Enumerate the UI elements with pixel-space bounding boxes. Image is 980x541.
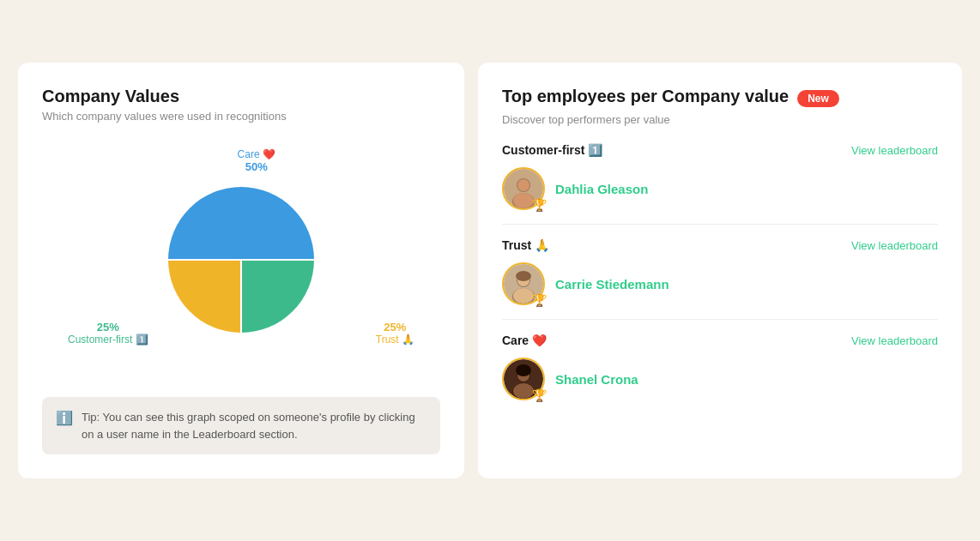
tip-text: Tip: You can see this graph scoped on so… — [82, 409, 426, 442]
trust-label-name: Trust 🙏 — [376, 334, 414, 346]
care-label-pct: 50% — [238, 160, 275, 173]
left-card-subtitle: Which company values were used in recogn… — [42, 110, 440, 123]
pie-chart-area: Care ❤️ 50% — [42, 140, 440, 380]
svg-point-10 — [516, 271, 531, 281]
trust-title: Trust 🙏 — [502, 238, 549, 252]
customer-label-name: Customer-first 1️⃣ — [68, 334, 148, 346]
care-header: Care ❤️ View leaderboard — [502, 334, 938, 347]
svg-point-15 — [513, 383, 534, 399]
customer-first-leaderboard-link[interactable]: View leaderboard — [851, 144, 938, 157]
dahlia-name: Dahlia Gleason — [555, 182, 648, 196]
pie-svg — [164, 183, 318, 337]
svg-point-3 — [517, 179, 529, 191]
shanel-name: Shanel Crona — [555, 372, 638, 387]
left-card-title: Company Values — [42, 87, 440, 106]
care-label: Care ❤️ 50% — [238, 148, 275, 173]
pie-chart — [164, 183, 318, 337]
care-section: Care ❤️ View leaderboard — [502, 334, 938, 414]
customer-first-title: Customer-first 1️⃣ — [502, 143, 602, 157]
right-card-header: Top employees per Company value New — [502, 87, 938, 110]
care-segment — [168, 187, 314, 260]
trust-header: Trust 🙏 View leaderboard — [502, 238, 938, 252]
info-icon: ℹ️ — [56, 410, 73, 426]
trust-leaderboard-link[interactable]: View leaderboard — [851, 239, 938, 252]
new-badge: New — [797, 90, 839, 107]
company-values-card: Company Values Which company values were… — [18, 63, 464, 478]
care-employee-row: 🏆 Shanel Crona — [502, 358, 938, 400]
svg-point-4 — [513, 193, 534, 208]
carrie-name: Carrie Stiedemann — [555, 277, 669, 292]
customer-first-segment — [241, 260, 314, 333]
carrie-avatar-wrap: 🏆 — [502, 262, 545, 305]
right-card-title: Top employees per Company value — [502, 87, 789, 106]
care-label-name: Care ❤️ — [238, 148, 275, 160]
top-employees-card: Top employees per Company value New Disc… — [478, 63, 962, 478]
tip-box: ℹ️ Tip: You can see this graph scoped on… — [42, 397, 440, 454]
customer-label: 25% Customer-first 1️⃣ — [68, 321, 148, 346]
dahlia-avatar-wrap: 🏆 — [502, 167, 545, 210]
right-card-subtitle: Discover top performers per value — [502, 113, 938, 126]
customer-label-pct: 25% — [68, 321, 148, 334]
trust-segment — [168, 260, 241, 333]
customer-first-header: Customer-first 1️⃣ View leaderboard — [502, 143, 938, 157]
trust-section: Trust 🙏 View leaderboard — [502, 238, 938, 320]
shanel-trophy-icon: 🏆 — [532, 388, 547, 402]
shanel-avatar-wrap: 🏆 — [502, 358, 545, 400]
svg-point-9 — [513, 288, 534, 304]
carrie-trophy-icon: 🏆 — [532, 293, 547, 307]
care-leaderboard-link[interactable]: View leaderboard — [851, 334, 938, 347]
dahlia-trophy-icon: 🏆 — [532, 198, 547, 212]
trust-label: 25% Trust 🙏 — [376, 321, 414, 346]
svg-point-16 — [516, 364, 531, 376]
trust-employee-row: 🏆 Carrie Stiedemann — [502, 262, 938, 305]
customer-first-section: Customer-first 1️⃣ View leaderboard — [502, 143, 938, 225]
customer-first-employee-row: 🏆 Dahlia Gleason — [502, 167, 938, 210]
care-title: Care ❤️ — [502, 334, 547, 347]
trust-label-pct: 25% — [376, 321, 414, 334]
main-container: Company Values Which company values were… — [18, 63, 962, 478]
